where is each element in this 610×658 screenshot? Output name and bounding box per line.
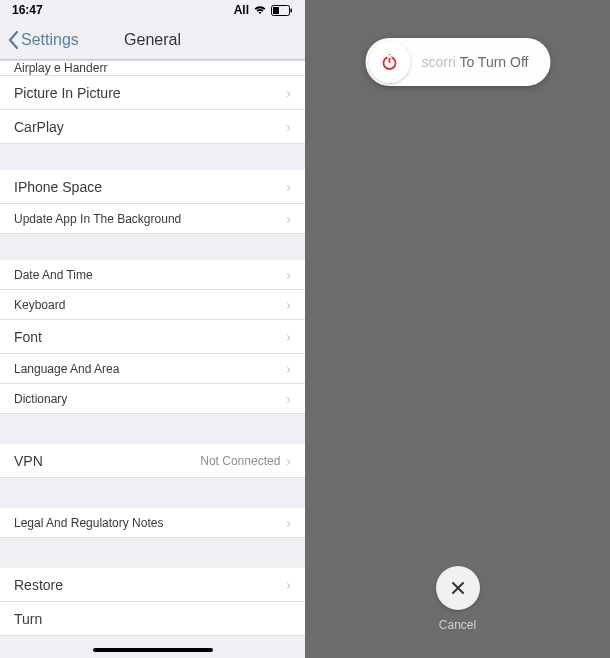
row-keyboard[interactable]: Keyboard › [0, 290, 305, 320]
status-indicators: All [234, 3, 293, 17]
row-background-update[interactable]: Update App In The Background › [0, 204, 305, 234]
svg-rect-2 [291, 8, 293, 12]
row-label: VPN [14, 453, 43, 469]
svg-rect-5 [387, 55, 391, 58]
row-language-area[interactable]: Language And Area › [0, 354, 305, 384]
power-off-pane: scorri To Turn Off Cancel [305, 0, 610, 658]
back-button[interactable]: Settings [0, 31, 79, 49]
row-label: Picture In Picture [14, 85, 121, 101]
cancel-label: Cancel [439, 618, 476, 632]
row-label: Font [14, 329, 42, 345]
row-turn[interactable]: Turn [0, 602, 305, 636]
power-icon [379, 52, 399, 72]
chevron-right-icon: › [286, 297, 291, 313]
chevron-right-icon: › [286, 515, 291, 531]
cancel-area: Cancel [436, 566, 480, 632]
carrier-label: All [234, 3, 249, 17]
back-label: Settings [21, 31, 79, 49]
row-label: Turn [14, 611, 42, 627]
row-legal[interactable]: Legal And Regulatory Notes › [0, 508, 305, 538]
slide-to-power-off[interactable]: scorri To Turn Off [365, 38, 550, 86]
row-label: IPhone Space [14, 179, 102, 195]
chevron-right-icon: › [286, 453, 291, 469]
settings-list[interactable]: Airplay e Handerr Picture In Picture › C… [0, 60, 305, 658]
chevron-right-icon: › [286, 119, 291, 135]
chevron-right-icon: › [286, 267, 291, 283]
slider-text-main: To Turn Off [459, 54, 528, 70]
row-restore[interactable]: Restore › [0, 568, 305, 602]
chevron-right-icon: › [286, 361, 291, 377]
row-label: Language And Area [14, 362, 119, 376]
close-icon [449, 579, 467, 597]
row-label: Keyboard [14, 298, 65, 312]
cancel-button[interactable] [436, 566, 480, 610]
settings-pane: 16:47 All Settings General Airplay e Han… [0, 0, 305, 658]
row-airplay[interactable]: Airplay e Handerr [0, 60, 305, 76]
wifi-icon [253, 5, 267, 15]
row-label: Airplay e Handerr [14, 61, 107, 75]
row-picture-in-picture[interactable]: Picture In Picture › [0, 76, 305, 110]
row-label: CarPlay [14, 119, 64, 135]
chevron-right-icon: › [286, 85, 291, 101]
home-indicator[interactable] [93, 648, 213, 652]
row-font[interactable]: Font › [0, 320, 305, 354]
chevron-right-icon: › [286, 577, 291, 593]
row-vpn[interactable]: VPN Not Connected › [0, 444, 305, 478]
row-value: Not Connected [200, 454, 280, 468]
svg-rect-1 [273, 7, 279, 14]
row-label: Dictionary [14, 392, 67, 406]
chevron-right-icon: › [286, 329, 291, 345]
chevron-right-icon: › [286, 179, 291, 195]
chevron-left-icon [8, 31, 19, 49]
chevron-right-icon: › [286, 391, 291, 407]
row-label: Restore [14, 577, 63, 593]
slider-text: scorri To Turn Off [410, 54, 550, 70]
status-time: 16:47 [12, 3, 43, 17]
battery-icon [271, 5, 293, 16]
row-label: Legal And Regulatory Notes [14, 516, 163, 530]
chevron-right-icon: › [286, 211, 291, 227]
row-label: Date And Time [14, 268, 93, 282]
row-dictionary[interactable]: Dictionary › [0, 384, 305, 414]
nav-bar: Settings General [0, 20, 305, 60]
row-carplay[interactable]: CarPlay › [0, 110, 305, 144]
slider-text-faded: scorri [422, 54, 456, 70]
row-iphone-space[interactable]: IPhone Space › [0, 170, 305, 204]
page-title: General [124, 31, 181, 49]
row-date-time[interactable]: Date And Time › [0, 260, 305, 290]
row-label: Update App In The Background [14, 212, 181, 226]
status-bar: 16:47 All [0, 0, 305, 20]
power-knob[interactable] [368, 41, 410, 83]
